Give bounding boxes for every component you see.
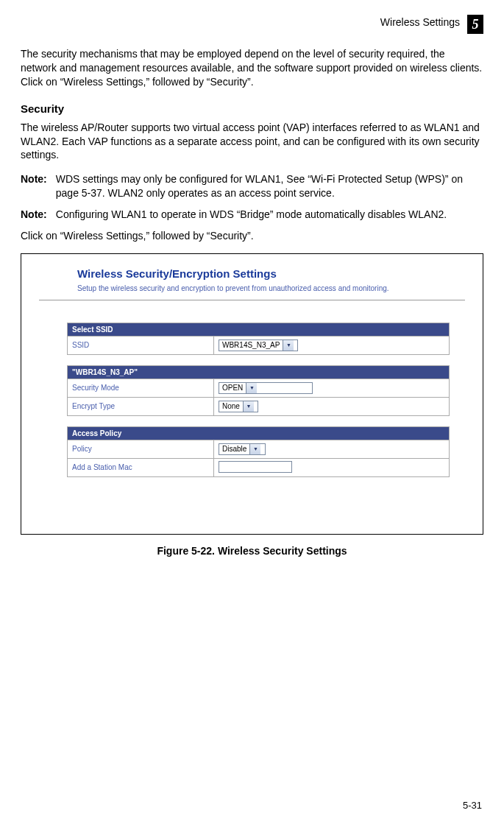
- encrypt-type-select[interactable]: None ▼: [219, 401, 258, 412]
- security-mode-select[interactable]: OPEN ▼: [219, 382, 313, 394]
- encrypt-type-value: None: [219, 402, 243, 410]
- chevron-down-icon: ▼: [246, 383, 257, 393]
- add-station-cell: [214, 458, 450, 476]
- encrypt-type-label: Encrypt Type: [68, 397, 214, 415]
- add-station-label: Add a Station Mac: [68, 458, 214, 476]
- figure-screenshot: Wireless Security/Encryption Settings Se…: [21, 253, 483, 535]
- ssid-select[interactable]: WBR14S_N3_AP ▼: [219, 339, 298, 351]
- table-row: SSID WBR14S_N3_AP ▼: [68, 336, 450, 354]
- security-mode-label: Security Mode: [68, 379, 214, 397]
- ssid-cell: WBR14S_N3_AP ▼: [214, 336, 450, 354]
- chevron-down-icon: ▼: [243, 401, 254, 412]
- page-header: Wireless Settings 5: [21, 15, 483, 34]
- access-policy-table: Access Policy Policy Disable ▼ Add a Sta…: [67, 426, 450, 477]
- select-ssid-header: Select SSID: [68, 323, 450, 336]
- click-paragraph: Click on “Wireless Settings,” followed b…: [21, 229, 483, 243]
- panel-title: Wireless Security/Encryption Settings: [77, 267, 465, 280]
- select-ssid-table: Select SSID SSID WBR14S_N3_AP ▼: [67, 323, 450, 355]
- ssid-select-value: WBR14S_N3_AP: [219, 341, 283, 349]
- security-paragraph: The wireless AP/Router supports two virt…: [21, 121, 483, 163]
- ssid-label: SSID: [68, 336, 214, 354]
- panel-divider: [39, 300, 465, 300]
- page-number: 5-31: [463, 800, 482, 811]
- table-row: Add a Station Mac: [68, 458, 450, 476]
- chapter-number-box: 5: [467, 15, 483, 34]
- figure-caption: Figure 5-22. Wireless Security Settings: [21, 545, 483, 557]
- note-row-1: Note: WDS settings may only be configure…: [21, 172, 483, 200]
- ssid-section-header: "WBR14S_N3_AP": [68, 365, 450, 379]
- page-content: Wireless Settings 5 The security mechani…: [0, 0, 504, 557]
- note-label: Note:: [21, 172, 47, 186]
- note-label: Note:: [21, 208, 47, 222]
- policy-select[interactable]: Disable ▼: [219, 443, 266, 455]
- table-row: Policy Disable ▼: [68, 440, 450, 458]
- header-section-title: Wireless Settings: [380, 15, 460, 28]
- table-row: Security Mode OPEN ▼: [68, 379, 450, 397]
- panel-subtitle: Setup the wireless security and encrypti…: [77, 284, 465, 292]
- security-heading: Security: [21, 102, 483, 115]
- note-row-2: Note: Configuring WLAN1 to operate in WD…: [21, 208, 483, 222]
- intro-paragraph: The security mechanisms that may be empl…: [21, 47, 483, 89]
- add-station-input[interactable]: [219, 461, 292, 473]
- policy-label: Policy: [68, 440, 214, 458]
- access-policy-header: Access Policy: [68, 426, 450, 440]
- ssid-section-table: "WBR14S_N3_AP" Security Mode OPEN ▼ Encr…: [67, 365, 450, 416]
- policy-cell: Disable ▼: [214, 440, 450, 458]
- chevron-down-icon: ▼: [249, 444, 260, 454]
- chevron-down-icon: ▼: [283, 340, 294, 351]
- policy-value: Disable: [219, 445, 249, 453]
- note-1-text: WDS settings may only be configured for …: [56, 172, 483, 200]
- security-mode-value: OPEN: [219, 384, 246, 392]
- security-mode-cell: OPEN ▼: [214, 379, 450, 397]
- table-row: Encrypt Type None ▼: [68, 397, 450, 415]
- encrypt-type-cell: None ▼: [214, 397, 450, 415]
- note-2-text: Configuring WLAN1 to operate in WDS “Bri…: [56, 208, 483, 222]
